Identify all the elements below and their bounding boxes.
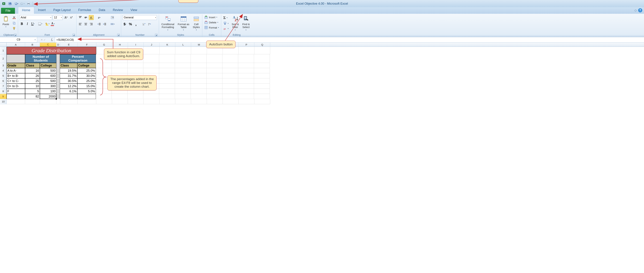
font-color-button[interactable]: A▾ <box>50 21 55 26</box>
cell[interactable]: B+ to B- <box>6 73 25 78</box>
column-header[interactable]: J <box>144 43 160 46</box>
cell[interactable]: Grade Distribution <box>6 47 96 54</box>
number-format-combo[interactable]: General▾ <box>122 15 157 20</box>
cell[interactable] <box>238 89 254 94</box>
column-header[interactable]: Q <box>254 43 270 46</box>
tab-home[interactable]: Home <box>18 7 34 14</box>
row-header[interactable]: 3 <box>0 63 6 68</box>
cell[interactable]: 100 <box>40 89 56 94</box>
cell[interactable]: D+ to D- <box>6 84 25 89</box>
cell[interactable] <box>143 63 159 68</box>
dialog-launcher-icon[interactable]: ◢ <box>117 34 120 36</box>
minimize-ribbon-button[interactable]: ◇ <box>634 8 637 12</box>
cell[interactable]: Percent Comparison <box>60 54 96 63</box>
cell[interactable]: 16 <box>25 68 40 73</box>
cell[interactable] <box>56 73 60 78</box>
cell[interactable] <box>206 68 222 73</box>
save-button[interactable] <box>7 1 13 6</box>
cell[interactable] <box>254 47 270 54</box>
align-middle-button[interactable] <box>83 15 88 20</box>
fill-handle[interactable] <box>56 98 57 100</box>
cell[interactable] <box>159 73 175 78</box>
cell[interactable] <box>238 63 254 68</box>
conditional-formatting-button[interactable]: Conditional Formatting▾ <box>160 15 175 31</box>
cell[interactable] <box>238 47 254 54</box>
cell[interactable] <box>143 68 159 73</box>
tab-page-layout[interactable]: Page Layout <box>50 7 74 14</box>
cell[interactable] <box>60 99 78 104</box>
decrease-decimal-button[interactable]: .00.0 <box>147 22 152 26</box>
cell[interactable] <box>254 78 270 84</box>
percent-format-button[interactable]: % <box>128 22 133 26</box>
cell[interactable]: 25.0% <box>77 68 96 73</box>
row-header[interactable]: 4 <box>0 68 6 73</box>
cell[interactable] <box>60 94 77 99</box>
customize-qat-button[interactable]: ▾ <box>34 1 38 6</box>
underline-button[interactable]: U▾ <box>30 21 35 26</box>
cell[interactable]: 15.0% <box>77 84 96 89</box>
cell[interactable] <box>128 94 143 99</box>
dialog-launcher-icon[interactable]: ◢ <box>72 34 75 36</box>
cell[interactable] <box>254 73 270 78</box>
column-header[interactable]: C <box>40 43 56 46</box>
paste-button[interactable]: Paste ▾ <box>1 15 10 28</box>
excel-app-icon[interactable]: X <box>1 1 6 6</box>
cell[interactable] <box>144 99 160 104</box>
cell[interactable] <box>175 84 191 89</box>
file-tab[interactable]: File <box>1 8 15 14</box>
cell[interactable] <box>159 89 175 94</box>
cell[interactable]: 30.0% <box>77 73 96 78</box>
cell[interactable] <box>96 99 112 104</box>
cell[interactable]: Number of Students <box>25 54 56 63</box>
bold-button[interactable]: B <box>20 21 24 26</box>
cell[interactable] <box>191 73 206 78</box>
autosum-button[interactable]: Σ▾ <box>222 15 229 20</box>
font-size-combo[interactable]: 12▾ <box>53 15 63 20</box>
row-header[interactable]: 10 <box>0 99 6 104</box>
column-header[interactable]: A <box>6 43 25 46</box>
column-header[interactable]: L <box>175 43 191 46</box>
cell[interactable] <box>254 94 270 99</box>
cell[interactable] <box>6 94 25 99</box>
increase-decimal-button[interactable]: .0.00 <box>142 22 146 26</box>
row-header[interactable]: 1 <box>0 47 6 54</box>
cell[interactable] <box>206 94 222 99</box>
cell[interactable]: C+ to C- <box>6 78 25 84</box>
cell[interactable]: College <box>77 63 96 68</box>
cell[interactable]: 10 <box>25 84 40 89</box>
cut-button[interactable] <box>12 15 16 20</box>
redo-button[interactable]: ▾ <box>20 1 25 6</box>
find-select-button[interactable]: Find & Select▾ <box>241 15 251 31</box>
cell[interactable] <box>112 68 128 73</box>
undo-button[interactable]: ▾ <box>14 1 19 6</box>
fill-button[interactable]: ▾ <box>222 21 229 26</box>
cell[interactable] <box>222 54 238 63</box>
wrap-text-button[interactable] <box>110 15 115 20</box>
merge-center-button[interactable]: ▾ <box>110 22 115 26</box>
cell[interactable] <box>96 68 112 73</box>
cell[interactable] <box>191 68 206 73</box>
increase-font-button[interactable]: A▴ <box>64 15 68 20</box>
cell[interactable]: 5 <box>25 89 40 94</box>
help-button[interactable]: ? <box>638 8 642 12</box>
cell[interactable]: 500 <box>40 68 56 73</box>
select-all-corner[interactable] <box>0 43 6 46</box>
column-header[interactable]: I <box>128 43 144 46</box>
italic-button[interactable]: I <box>25 21 30 26</box>
cell[interactable] <box>206 54 222 63</box>
cell[interactable] <box>254 89 270 94</box>
cell[interactable] <box>143 54 159 63</box>
insert-cells-button[interactable]: Insert▾ <box>204 15 218 19</box>
cell[interactable] <box>254 99 270 104</box>
cell[interactable] <box>206 89 222 94</box>
cell[interactable] <box>222 84 238 89</box>
cell[interactable] <box>112 94 128 99</box>
cell[interactable] <box>175 73 191 78</box>
cell[interactable] <box>238 54 254 63</box>
cell[interactable] <box>191 99 207 104</box>
cell[interactable] <box>191 84 206 89</box>
cell[interactable] <box>56 78 60 84</box>
cell[interactable]: 600 <box>40 73 56 78</box>
cell[interactable] <box>175 89 191 94</box>
cell[interactable] <box>6 99 25 104</box>
